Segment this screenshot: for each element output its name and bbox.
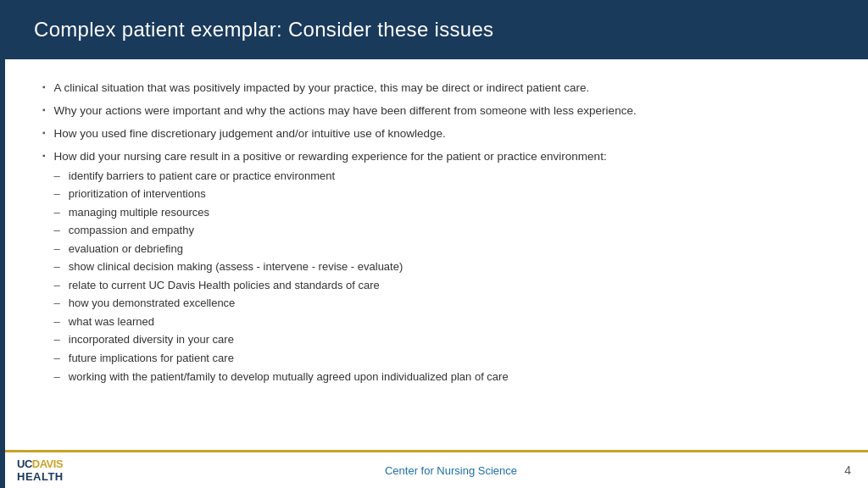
logo-health-text: HEALTH: [17, 470, 64, 483]
main-bullet-list: A clinical situation that was positively…: [42, 80, 826, 387]
sub-item-3-6: relate to current UC Davis Health polici…: [54, 278, 607, 293]
sub-item-3-0: identify barriers to patient care or pra…: [54, 169, 607, 184]
sub-item-3-5: show clinical decision making (assess - …: [54, 259, 607, 274]
footer-center-text: Center for Nursing Science: [85, 464, 817, 477]
slide-footer: UC DAVIS HEALTH Center for Nursing Scien…: [0, 452, 868, 488]
sub-item-3-10: future implications for patient care: [54, 351, 607, 366]
sub-item-3-1: prioritization of interventions: [54, 186, 607, 202]
bullet-item-2: How you used fine discretionary judgemen…: [42, 126, 826, 142]
sub-item-3-4: evaluation or debriefing: [54, 241, 607, 257]
bullet-text-1: Why your actions were important and why …: [54, 103, 637, 119]
ucdavis-logo: UC DAVIS HEALTH: [17, 458, 85, 483]
slide-header: Complex patient exemplar: Consider these…: [0, 0, 868, 59]
slide-title: Complex patient exemplar: Consider these…: [34, 18, 493, 42]
logo-uc-davis: UC DAVIS: [17, 458, 63, 470]
bullet-wrapper-3: How did your nursing care result in a po…: [54, 149, 607, 387]
left-accent-bar: [0, 0, 5, 488]
bullet-text-3: How did your nursing care result in a po…: [54, 150, 607, 163]
logo-uc-text: UC: [17, 458, 32, 470]
page-number: 4: [817, 463, 851, 477]
sub-item-3-7: how you demonstrated excellence: [54, 296, 607, 311]
bullet-text-2: How you used fine discretionary judgemen…: [54, 126, 446, 142]
bullet-item-1: Why your actions were important and why …: [42, 103, 826, 119]
slide-content: A clinical situation that was positively…: [0, 59, 868, 450]
bullet-text-0: A clinical situation that was positively…: [54, 80, 590, 97]
sub-item-3-8: what was learned: [54, 314, 607, 330]
sub-item-3-2: managing multiple resources: [54, 205, 607, 220]
bullet-item-3: How did your nursing care result in a po…: [42, 149, 826, 387]
sub-item-3-3: compassion and empathy: [54, 223, 607, 238]
sub-list-3: identify barriers to patient care or pra…: [54, 169, 607, 385]
sub-item-3-11: working with the patient/family to devel…: [54, 369, 607, 385]
logo-davis-text: DAVIS: [32, 458, 63, 470]
bullet-item-0: A clinical situation that was positively…: [42, 80, 826, 97]
sub-item-3-9: incorporated diversity in your care: [54, 332, 607, 347]
slide: Complex patient exemplar: Consider these…: [0, 0, 868, 488]
